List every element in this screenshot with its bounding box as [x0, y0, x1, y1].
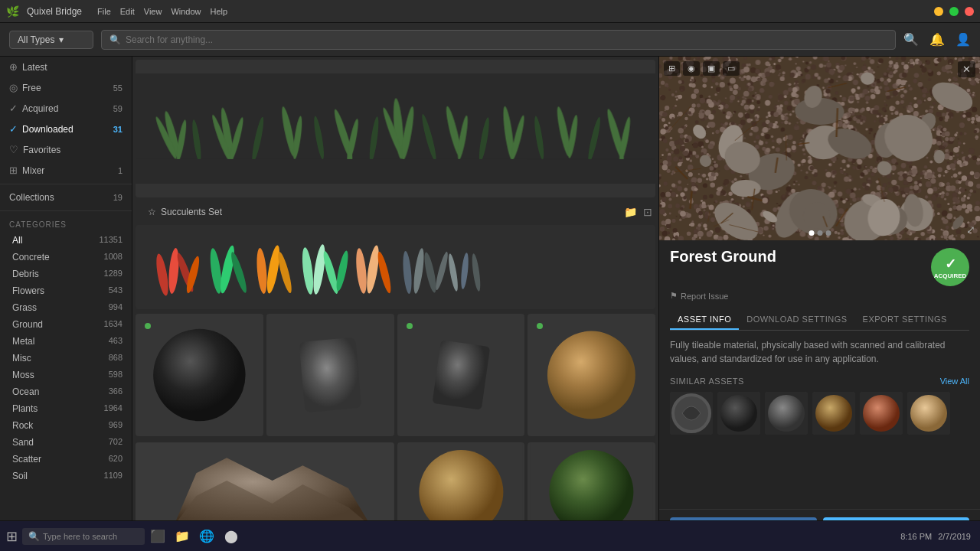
taskbar-search[interactable]: 🔍 Type here to search	[22, 528, 145, 545]
acquired-badge: ✓ ACQUIRED	[931, 248, 969, 286]
similar-thumb-4[interactable]	[812, 392, 855, 435]
menu-window[interactable]: Window	[171, 7, 201, 16]
cat-metal[interactable]: Metal 463	[0, 333, 132, 350]
windows-icon[interactable]: ⊞	[3, 528, 21, 545]
cat-misc[interactable]: Misc 868	[0, 350, 132, 367]
cat-ocean[interactable]: Ocean 366	[0, 383, 132, 400]
preview-grid-btn[interactable]: ⊞	[664, 61, 680, 76]
sidebar-item-free[interactable]: ◎ Free 55	[0, 77, 132, 98]
maximize-button[interactable]	[949, 7, 959, 16]
dot-1[interactable]	[808, 230, 814, 236]
cat-grass[interactable]: Grass 994	[0, 299, 132, 316]
cat-ocean-count: 366	[109, 386, 122, 397]
cat-rock[interactable]: Rock 969	[0, 417, 132, 434]
acquired-icon: ✓	[9, 103, 18, 114]
similar-thumb-1[interactable]	[670, 392, 713, 435]
view-all-link[interactable]: View All	[940, 377, 969, 386]
dot-3[interactable]	[825, 230, 831, 236]
menu-edit[interactable]: Edit	[120, 7, 135, 16]
downloaded-icon: ✓	[9, 123, 18, 135]
sidebar-item-mixer[interactable]: ⊞ Mixer 1	[0, 160, 132, 181]
notification-icon[interactable]: 🔔	[929, 32, 945, 47]
menu-help[interactable]: Help	[211, 7, 228, 16]
cat-flowers[interactable]: Flowers 543	[0, 282, 132, 299]
cat-sand[interactable]: Sand 702	[0, 434, 132, 451]
svg-point-74	[720, 395, 757, 432]
edge-btn[interactable]: 🌐	[195, 525, 218, 548]
cat-debris[interactable]: Debris 1289	[0, 266, 132, 282]
user-icon[interactable]: 👤	[956, 32, 971, 47]
window-controls[interactable]	[934, 7, 974, 16]
menu-bar[interactable]: File Edit View Window Help	[97, 7, 227, 16]
taskview-btn[interactable]: ⬛	[146, 525, 169, 548]
sidebar-item-acquired[interactable]: ✓ Acquired 59	[0, 98, 132, 119]
search-icon: 🔍	[109, 34, 121, 45]
svg-rect-61	[432, 340, 490, 410]
cat-all[interactable]: All 11351	[0, 232, 132, 249]
expand-icon[interactable]: ⤢	[966, 223, 975, 236]
free-label: Free	[22, 83, 41, 93]
similar-thumb-5[interactable]	[860, 392, 903, 435]
sidebar-item-downloaded[interactable]: ✓ Downloaded 31	[0, 119, 132, 139]
taskbar-search-label: Type here to search	[43, 532, 117, 541]
svg-point-82	[910, 395, 947, 432]
stone-tile-4[interactable]	[528, 314, 655, 436]
tab-export-settings[interactable]: EXPORT SETTINGS	[855, 310, 955, 330]
cat-ground[interactable]: Ground 1634	[0, 316, 132, 333]
sidebar-item-latest[interactable]: ⊕ Latest	[0, 57, 132, 77]
preview-toolbar: ⊞ ◉ ▣ ▭	[664, 61, 740, 76]
tab-asset-info[interactable]: ASSET INFO	[670, 310, 739, 330]
stone-tile-3[interactable]	[397, 314, 525, 436]
preview-plane-btn[interactable]: ▭	[723, 61, 740, 76]
cat-ground-label: Ground	[12, 319, 43, 330]
taskbar-search-icon: 🔍	[28, 531, 40, 542]
type-dropdown[interactable]: All Types ▾	[9, 31, 93, 49]
asset-description: Fully tileable material, physically base…	[670, 338, 969, 366]
svg-point-78	[815, 395, 852, 432]
menu-file[interactable]: File	[97, 7, 111, 16]
cat-moss[interactable]: Moss 598	[0, 367, 132, 383]
search-input[interactable]	[126, 34, 887, 45]
dot-2[interactable]	[817, 230, 822, 236]
fullscreen-icon[interactable]: ⊡	[643, 206, 652, 218]
succulents-label: ☆ Succulents Set	[142, 204, 228, 220]
preview-dots	[808, 230, 831, 236]
close-button[interactable]	[965, 7, 974, 16]
search-icon-btn[interactable]: 🔍	[903, 32, 919, 47]
mixer-icon: ⊞	[9, 165, 18, 176]
preview-close-btn[interactable]: ✕	[958, 61, 975, 77]
star-icon[interactable]: ☆	[148, 207, 156, 217]
mixer-label: Mixer	[22, 165, 44, 176]
cat-concrete[interactable]: Concrete 1008	[0, 249, 132, 266]
search-bar[interactable]: 🔍	[101, 30, 896, 50]
taskbar-date: 2/7/2019	[938, 532, 971, 541]
stone-tile-2[interactable]	[266, 314, 394, 436]
preview-sphere-btn[interactable]: ◉	[683, 61, 700, 76]
file-explorer-btn[interactable]: 📁	[171, 525, 194, 548]
cat-moss-count: 598	[109, 370, 122, 380]
preview-cube-btn[interactable]: ▣	[703, 61, 720, 76]
cat-scatter[interactable]: Scatter 620	[0, 451, 132, 468]
report-issue-link[interactable]: ⚑ Report Issue	[670, 291, 969, 301]
similar-thumb-2[interactable]	[717, 392, 760, 435]
succulents-header: ☆ Succulents Set 📁 ⊡	[132, 201, 658, 223]
similar-thumb-6[interactable]	[907, 392, 950, 435]
tab-download-settings[interactable]: DOWNLOAD SETTINGS	[739, 310, 854, 330]
content-area: ☆ Succulents Set 📁 ⊡	[132, 57, 658, 551]
chrome-btn[interactable]: ⬤	[220, 525, 243, 548]
preview-image: ⊞ ◉ ▣ ▭ ✕ ⤢	[659, 57, 980, 240]
stone-tile-1[interactable]	[136, 314, 263, 436]
folder-icon[interactable]: 📁	[624, 206, 637, 218]
dropdown-arrow-icon: ▾	[59, 34, 64, 45]
sidebar-item-collections[interactable]: Collections 19	[0, 187, 132, 207]
sidebar: ⊕ Latest ◎ Free 55 ✓ Acquired 59	[0, 57, 132, 551]
menu-view[interactable]: View	[144, 7, 162, 16]
minimize-button[interactable]	[934, 7, 943, 16]
similar-thumb-3[interactable]	[765, 392, 808, 435]
grass-row[interactable]	[136, 60, 655, 197]
cat-soil[interactable]: Soil 1109	[0, 468, 132, 484]
cat-moss-label: Moss	[12, 370, 34, 380]
cat-flowers-label: Flowers	[12, 285, 44, 296]
cat-plants[interactable]: Plants 1964	[0, 400, 132, 417]
sidebar-item-favorites[interactable]: ♡ Favorites	[0, 139, 132, 160]
